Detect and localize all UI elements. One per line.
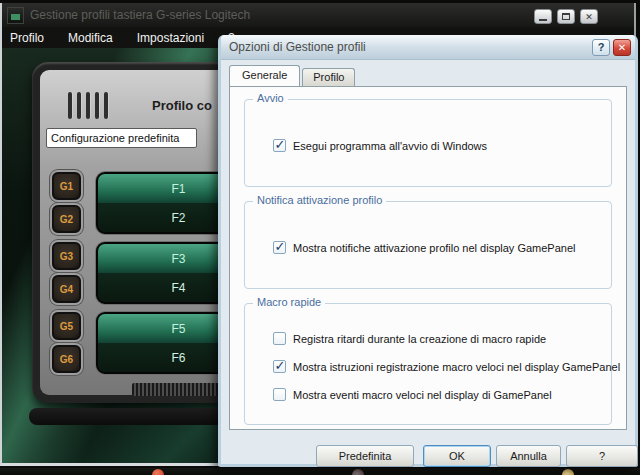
restore-button[interactable] bbox=[557, 9, 575, 24]
menu-profilo[interactable]: Profilo bbox=[10, 31, 54, 45]
checkbox-notifiche-gamepanel[interactable] bbox=[273, 241, 286, 254]
dialog-caption-buttons: ? ✕ bbox=[592, 39, 631, 56]
panel-header-label: Profilo co bbox=[152, 98, 212, 113]
close-button[interactable]: ✕ bbox=[580, 9, 598, 24]
vent-slot bbox=[95, 92, 99, 119]
taskbar-red-app-icon[interactable] bbox=[152, 469, 164, 475]
group-avvio: Avvio Esegui programma all'avvio di Wind… bbox=[244, 99, 612, 187]
group-notifica: Notifica attivazione profilo Mostra noti… bbox=[244, 201, 612, 289]
taskbar-yellow-app-icon[interactable] bbox=[562, 469, 574, 475]
checkbox-label: Mostra eventi macro veloci nel display d… bbox=[293, 389, 552, 401]
screen: Gestione profili tastiera G-series Logit… bbox=[0, 0, 640, 475]
close-icon: ✕ bbox=[618, 42, 626, 53]
main-caption-buttons: ✕ bbox=[534, 9, 598, 24]
vent-slot bbox=[86, 92, 90, 119]
dialog-tab-strip: Generale Profilo bbox=[229, 65, 355, 86]
checkbox-label: Mostra notifiche attivazione profilo nel… bbox=[293, 242, 575, 254]
annulla-button[interactable]: Annulla bbox=[496, 445, 561, 467]
vent-slot bbox=[68, 92, 72, 119]
checkbox-row: Mostra notifiche attivazione profilo nel… bbox=[273, 241, 575, 254]
help-icon: ? bbox=[598, 41, 605, 53]
profile-name-field[interactable]: Configurazione predefinita bbox=[46, 128, 197, 148]
dialog-close-button[interactable]: ✕ bbox=[613, 39, 631, 56]
checkbox-esegui-avvio[interactable] bbox=[273, 139, 286, 152]
menu-impostazioni[interactable]: Impostazioni bbox=[137, 31, 214, 45]
checkbox-istruzioni-macro[interactable] bbox=[273, 360, 286, 373]
vent-slot bbox=[77, 92, 81, 119]
dialog-titlebar[interactable]: Opzioni di Gestione profili ? ✕ bbox=[221, 35, 635, 60]
close-icon: ✕ bbox=[585, 12, 593, 22]
dialog-title: Opzioni di Gestione profili bbox=[229, 40, 366, 54]
group-macro-title: Macro rapide bbox=[253, 296, 325, 308]
vent-slots bbox=[68, 92, 108, 119]
options-dialog: Opzioni di Gestione profili ? ✕ Generale… bbox=[218, 35, 638, 467]
app-icon bbox=[7, 7, 24, 24]
gkey-g4[interactable]: G4 bbox=[52, 275, 81, 303]
main-window-title: Gestione profili tastiera G-series Logit… bbox=[30, 8, 250, 22]
checkbox-label: Mostra istruzioni registrazione macro ve… bbox=[293, 361, 620, 373]
ok-button[interactable]: OK bbox=[423, 445, 491, 467]
checkbox-label: Esegui programma all'avvio di Windows bbox=[293, 140, 487, 152]
group-notifica-title: Notifica attivazione profilo bbox=[253, 194, 386, 206]
menu-modifica[interactable]: Modifica bbox=[68, 31, 123, 45]
vent-slot bbox=[104, 92, 108, 119]
group-avvio-title: Avvio bbox=[253, 92, 288, 104]
taskbar[interactable] bbox=[0, 468, 640, 475]
checkbox-label: Registra ritardi durante la creazione di… bbox=[293, 333, 546, 345]
restore-icon bbox=[562, 13, 570, 20]
checkbox-row: Registra ritardi durante la creazione di… bbox=[273, 332, 546, 345]
tab-page-generale: Avvio Esegui programma all'avvio di Wind… bbox=[229, 86, 627, 430]
checkbox-row: Mostra istruzioni registrazione macro ve… bbox=[273, 360, 620, 373]
taskbar-dark-app-icon[interactable] bbox=[352, 469, 364, 475]
minimize-icon bbox=[539, 19, 547, 21]
checkbox-row: Esegui programma all'avvio di Windows bbox=[273, 139, 487, 152]
gkey-g1[interactable]: G1 bbox=[52, 172, 81, 200]
checkbox-registra-ritardi[interactable] bbox=[273, 332, 286, 345]
gkey-g2[interactable]: G2 bbox=[52, 205, 81, 233]
tab-profilo[interactable]: Profilo bbox=[302, 68, 355, 86]
dialog-help-footer-button[interactable]: ? bbox=[566, 445, 638, 467]
checkbox-eventi-macro[interactable] bbox=[273, 388, 286, 401]
minimize-button[interactable] bbox=[534, 9, 552, 24]
dialog-help-button[interactable]: ? bbox=[592, 39, 610, 56]
predefinita-button[interactable]: Predefinita bbox=[316, 445, 414, 467]
checkbox-row: Mostra eventi macro veloci nel display d… bbox=[273, 388, 552, 401]
gkey-g6[interactable]: G6 bbox=[52, 345, 81, 373]
gkey-g3[interactable]: G3 bbox=[52, 242, 81, 270]
gkey-g5[interactable]: G5 bbox=[52, 312, 81, 340]
group-macro-rapide: Macro rapide Registra ritardi durante la… bbox=[244, 303, 612, 425]
tab-generale[interactable]: Generale bbox=[229, 65, 300, 86]
